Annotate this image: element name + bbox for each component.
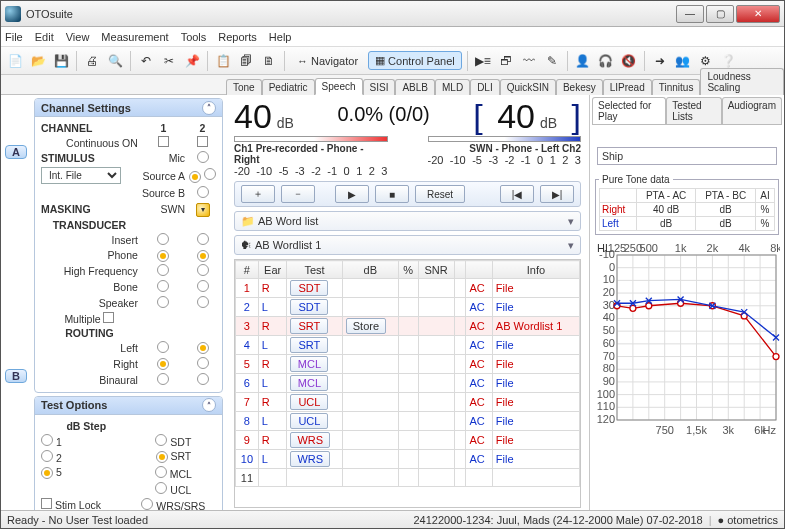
rtab-tested lists[interactable]: Tested Lists xyxy=(666,97,721,124)
minus-button[interactable]: － xyxy=(281,185,315,203)
maximize-button[interactable]: ▢ xyxy=(706,5,734,23)
radio[interactable] xyxy=(197,264,209,276)
stimulus-file-select[interactable]: Int. File xyxy=(41,167,121,184)
minimize-button[interactable]: — xyxy=(676,5,704,23)
tab-speech[interactable]: Speech xyxy=(315,78,363,95)
edit-icon[interactable]: ✎ xyxy=(542,51,562,71)
tab-sisi[interactable]: SISI xyxy=(363,79,396,95)
test-cell-button[interactable]: MCL xyxy=(290,375,328,391)
step-radio[interactable] xyxy=(41,450,53,462)
radio[interactable] xyxy=(197,280,209,292)
prev-button[interactable]: |◀ xyxy=(500,185,534,203)
navigator-button[interactable]: ↔ Navigator xyxy=(290,52,365,70)
cut-icon[interactable]: ✂ xyxy=(159,51,179,71)
radio[interactable] xyxy=(197,250,209,262)
test-cell-button[interactable]: WRS xyxy=(290,451,330,467)
start-icon[interactable]: ▶≡ xyxy=(473,51,493,71)
table-row[interactable]: 7RUCLACFile xyxy=(236,393,580,412)
table-row[interactable]: 2LSDTACFile xyxy=(236,298,580,317)
config-button[interactable]: ▾ xyxy=(196,203,210,217)
step-radio[interactable] xyxy=(41,467,53,479)
table-row[interactable]: 11 xyxy=(236,469,580,487)
menu-measurement[interactable]: Measurement xyxy=(101,31,168,43)
radio[interactable] xyxy=(197,296,209,308)
preview-icon[interactable]: 🔍 xyxy=(105,51,125,71)
chevron-up-icon[interactable]: ˄ xyxy=(202,398,216,412)
panel-header[interactable]: Channel Settings ˄ xyxy=(35,99,222,117)
stimlock-checkbox[interactable] xyxy=(41,498,52,509)
results-grid[interactable]: #EarTestdB%SNR Info1RSDTACFile2LSDTACFil… xyxy=(234,259,581,508)
test-cell-button[interactable]: SRT xyxy=(290,318,328,334)
chevron-up-icon[interactable]: ˄ xyxy=(202,101,216,115)
next-button[interactable]: ▶| xyxy=(540,185,574,203)
multiple-checkbox[interactable] xyxy=(103,312,114,323)
new-icon[interactable]: 📄 xyxy=(5,51,25,71)
radio[interactable] xyxy=(157,280,169,292)
test-cell-button[interactable]: SDT xyxy=(290,280,328,296)
copy-icon[interactable]: 📋 xyxy=(213,51,233,71)
control-panel-button[interactable]: ▦ Control Panel xyxy=(368,51,462,70)
tab-quicksin[interactable]: QuickSIN xyxy=(500,79,556,95)
export-icon[interactable]: 🗎 xyxy=(259,51,279,71)
table-row[interactable]: 9RWRSACFile xyxy=(236,431,580,450)
overlay-icon[interactable]: 🗗 xyxy=(496,51,516,71)
checkbox[interactable] xyxy=(197,136,208,147)
tab-lipread[interactable]: LIPread xyxy=(603,79,652,95)
test-cell-button[interactable]: MCL xyxy=(290,356,328,372)
menu-tools[interactable]: Tools xyxy=(181,31,207,43)
table-row[interactable]: 1RSDTACFile xyxy=(236,279,580,298)
rtab-selected for play[interactable]: Selected for Play xyxy=(592,97,666,124)
undo-icon[interactable]: ↶ xyxy=(136,51,156,71)
table-row[interactable]: 3RSRTStoreACAB Wordlist 1 xyxy=(236,317,580,336)
radio[interactable] xyxy=(157,250,169,262)
tab-mld[interactable]: MLD xyxy=(435,79,470,95)
radio[interactable] xyxy=(157,296,169,308)
step-radio[interactable] xyxy=(41,434,53,446)
test-cell-button[interactable]: WRS xyxy=(290,432,330,448)
tab-tinnitus[interactable]: Tinnitus xyxy=(652,79,701,95)
radio[interactable] xyxy=(197,373,209,385)
talk-icon[interactable]: 👤 xyxy=(573,51,593,71)
test-cell-button[interactable]: SDT xyxy=(290,299,328,315)
rtab-audiogram[interactable]: Audiogram xyxy=(722,97,782,124)
tab-bekesy[interactable]: Bekesy xyxy=(556,79,603,95)
transfer-icon[interactable]: ➜ xyxy=(650,51,670,71)
pin-icon[interactable]: 📌 xyxy=(182,51,202,71)
tab-loudness scaling[interactable]: Loudness Scaling xyxy=(700,68,784,95)
store-button[interactable]: Store xyxy=(346,318,386,334)
radio[interactable] xyxy=(157,341,169,353)
print-icon[interactable]: 🖨 xyxy=(82,51,102,71)
test-cell-button[interactable]: UCL xyxy=(290,413,328,429)
save-icon[interactable]: 💾 xyxy=(51,51,71,71)
radio[interactable] xyxy=(157,373,169,385)
tab-ablb[interactable]: ABLB xyxy=(395,79,435,95)
test-radio[interactable] xyxy=(155,466,167,478)
wordlist-folder-select[interactable]: 📁 AB Word list ▾ xyxy=(234,211,581,231)
tab-tone[interactable]: Tone xyxy=(226,79,262,95)
menu-reports[interactable]: Reports xyxy=(218,31,257,43)
close-button[interactable]: ✕ xyxy=(736,5,780,23)
menu-file[interactable]: File xyxy=(5,31,23,43)
menu-view[interactable]: View xyxy=(66,31,90,43)
plus-button[interactable]: ＋ xyxy=(241,185,275,203)
test-radio[interactable] xyxy=(155,434,167,446)
tab-dli[interactable]: DLI xyxy=(470,79,500,95)
radio[interactable] xyxy=(157,264,169,276)
stop-button[interactable]: ■ xyxy=(375,185,409,203)
reset-button[interactable]: Reset xyxy=(415,185,465,203)
table-row[interactable]: 5RMCLACFile xyxy=(236,355,580,374)
report-icon[interactable]: 🗐 xyxy=(236,51,256,71)
table-row[interactable]: 8LUCLACFile xyxy=(236,412,580,431)
radio[interactable] xyxy=(197,342,209,354)
wordlist-select[interactable]: 🗣 AB Wordlist 1 ▾ xyxy=(234,235,581,255)
table-row[interactable]: 6LMCLACFile xyxy=(236,374,580,393)
patient-icon[interactable]: 👥 xyxy=(673,51,693,71)
wave-icon[interactable]: 〰 xyxy=(519,51,539,71)
radio[interactable] xyxy=(157,358,169,370)
play-button[interactable]: ▶ xyxy=(335,185,369,203)
mute-icon[interactable]: 🔇 xyxy=(619,51,639,71)
open-icon[interactable]: 📂 xyxy=(28,51,48,71)
radio[interactable] xyxy=(197,233,209,245)
tab-pediatric[interactable]: Pediatric xyxy=(262,79,315,95)
panel-header[interactable]: Test Options ˄ xyxy=(35,397,222,415)
